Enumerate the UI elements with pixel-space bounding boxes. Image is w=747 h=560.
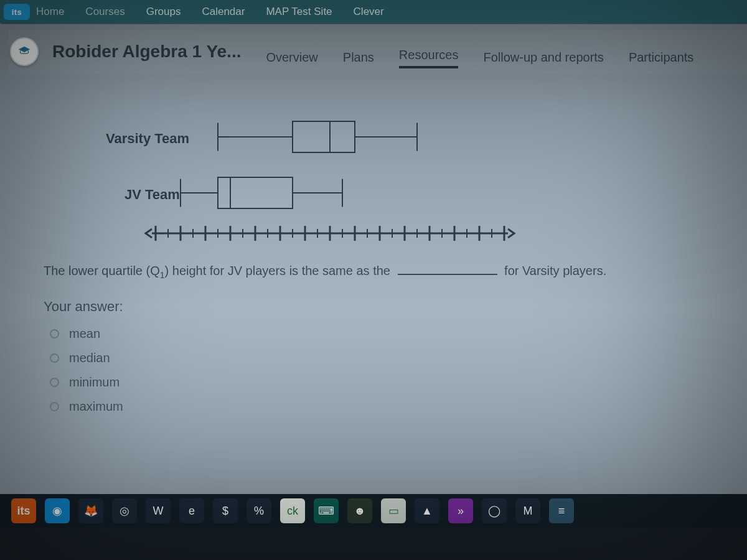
nav-calendar[interactable]: Calendar (202, 6, 245, 18)
nav-maptest[interactable]: MAP Test Site (266, 6, 332, 18)
windows-taskbar: its ◉🦊◎We$%ck⌨☻▭▲»◯M≡ (0, 494, 747, 528)
taskbar-firefox-icon[interactable]: 🦊 (78, 498, 103, 523)
option-label: median (69, 351, 110, 365)
taskbar-note-icon[interactable]: » (448, 498, 473, 523)
taskbar-calc-icon[interactable]: ▭ (381, 498, 406, 523)
tab-participants[interactable]: Participants (629, 50, 694, 68)
taskbar-browser-icon[interactable]: ◯ (482, 498, 507, 523)
option-median[interactable]: median (50, 351, 123, 365)
course-header: Robider Algebra 1 Ye... Overview Plans R… (9, 30, 747, 73)
tab-followup[interactable]: Follow-up and reports (483, 50, 603, 68)
taskbar-edge-icon[interactable]: e (179, 498, 204, 523)
option-label: minimum (69, 375, 120, 390)
question-part-after: for Varsity players. (504, 264, 606, 278)
question-text: The lower quartile (Q1) height for JV pl… (44, 261, 722, 282)
course-tabs: Overview Plans Resources Follow-up and r… (266, 35, 693, 68)
taskbar-percent-icon[interactable]: % (247, 498, 271, 523)
lms-logo[interactable]: its (4, 4, 30, 20)
nav-courses[interactable]: Courses (85, 6, 125, 18)
question-part-before: The lower quartile (Q (44, 264, 160, 278)
graduation-cap-icon (17, 45, 31, 58)
taskbar-drive-icon[interactable]: ▲ (415, 498, 439, 523)
option-label: mean (69, 327, 100, 341)
taskbar-word-icon[interactable]: W (146, 498, 171, 523)
radio-icon (50, 353, 59, 363)
tab-overview[interactable]: Overview (266, 50, 317, 68)
top-nav: its Home Courses Groups Calendar MAP Tes… (0, 0, 747, 24)
question-part-mid: ) height for JV players is the same as t… (165, 264, 390, 278)
nav-home[interactable]: Home (36, 6, 64, 18)
radio-icon (50, 378, 59, 387)
taskbar-docs-icon[interactable]: ≡ (549, 498, 574, 523)
taskbar-typing-icon[interactable]: ⌨ (314, 498, 339, 523)
answer-heading: Your answer: (44, 299, 123, 315)
tab-plans[interactable]: Plans (343, 50, 374, 68)
radio-icon (50, 402, 59, 411)
taskbar-chrome-icon[interactable]: ◎ (112, 498, 137, 523)
taskbar-gmail-icon[interactable]: M (515, 498, 540, 523)
svg-rect-10 (218, 177, 293, 208)
answer-options: mean median minimum maximum (50, 327, 123, 414)
course-icon (10, 37, 39, 66)
radio-icon (50, 329, 59, 338)
series-label-jv: JV Team (125, 187, 180, 203)
tab-resources[interactable]: Resources (399, 48, 459, 68)
taskbar-contacts-icon[interactable]: ☻ (347, 498, 372, 523)
fill-in-blank (398, 263, 497, 275)
series-label-varsity: Varsity Team (106, 131, 189, 147)
option-mean[interactable]: mean (50, 327, 123, 341)
nav-groups[interactable]: Groups (146, 6, 181, 18)
boxplot-figure: Varsity Team JV Team (68, 100, 517, 261)
option-maximum[interactable]: maximum (50, 399, 123, 414)
boxplot-svg (68, 100, 517, 261)
question-content: Varsity Team JV Team The lower quartile … (44, 81, 722, 479)
question-subscript: 1 (160, 270, 165, 280)
start-button[interactable]: its (11, 498, 36, 523)
taskbar-camera-icon[interactable]: ◉ (45, 498, 70, 523)
option-minimum[interactable]: minimum (50, 375, 123, 390)
course-title: Robider Algebra 1 Ye... (52, 42, 241, 62)
svg-rect-4 (293, 121, 355, 152)
taskbar-money-icon[interactable]: $ (213, 498, 238, 523)
option-label: maximum (69, 399, 123, 414)
desk-band (0, 528, 747, 560)
taskbar-ck12-icon[interactable]: ck (280, 498, 305, 523)
nav-clever[interactable]: Clever (354, 6, 384, 18)
